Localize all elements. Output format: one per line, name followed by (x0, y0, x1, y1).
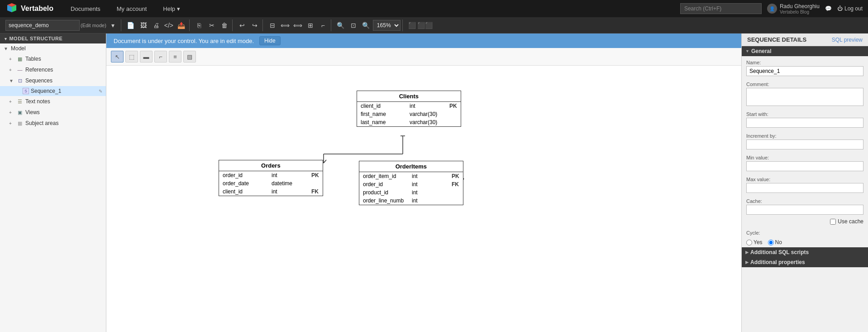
model-label: Model (11, 45, 102, 52)
expand-model: ▼ (4, 46, 9, 51)
cycle-yes-radio[interactable] (746, 240, 752, 245)
user-blog: Vertabelo Blog (780, 10, 820, 14)
align-right-btn[interactable]: ⟺ (292, 19, 304, 31)
sidebar-item-views[interactable]: + ▣ Views (0, 107, 106, 118)
distribute-btn[interactable]: ⊞ (305, 19, 316, 31)
zoom-select[interactable]: 165% 150% 125% 100% 75% (373, 20, 401, 31)
logout-button[interactable]: ⏻ Log out (837, 5, 863, 12)
table-icon: ▦ (16, 55, 24, 63)
comment-textarea[interactable] (746, 88, 863, 106)
table-clients-header: Clients (357, 91, 461, 102)
additional-sql-section-header[interactable]: Additional SQL scripts (742, 247, 868, 257)
full-view-btn[interactable]: ⬛ (406, 19, 418, 31)
incrementby-input[interactable] (746, 140, 863, 149)
sql-btn[interactable]: </> (163, 19, 175, 31)
nav-myaccount[interactable]: My account (113, 4, 150, 14)
dropdown-btn[interactable]: ▾ (107, 19, 119, 31)
zoom-in-btn[interactable]: 🔍 (360, 19, 372, 31)
corner-btn[interactable]: ⌐ (317, 19, 329, 31)
zoom-out-btn[interactable]: 🔍 (335, 19, 347, 31)
minvalue-input[interactable] (746, 161, 863, 171)
new-btn[interactable]: 📄 (125, 19, 137, 31)
avatar: 👤 (767, 4, 777, 14)
table-row: client_id int PK (357, 102, 461, 110)
user-name: Radu Gheorghiu (780, 3, 820, 10)
tool-stripe[interactable]: ▨ (183, 51, 196, 63)
cache-input[interactable] (746, 205, 863, 215)
table-orders[interactable]: Orders order_id int PK order_date dateti… (219, 160, 323, 196)
table-row: last_name varchar(30) (357, 118, 461, 126)
nav-documents[interactable]: Documents (67, 4, 104, 14)
doc-name-group: (Edit mode) ▾ (4, 19, 121, 31)
export-btn[interactable]: 📤 (176, 19, 187, 31)
tool-ref[interactable]: ⌐ (154, 51, 167, 63)
svg-line-7 (324, 160, 326, 163)
sidebar-item-textnotes[interactable]: + ☰ Text notes (0, 96, 106, 107)
block-btn[interactable]: ⊟ (267, 19, 278, 31)
table-clients[interactable]: Clients client_id int PK first_name varc… (357, 91, 461, 127)
print-btn[interactable]: 🖨 (150, 19, 162, 31)
hide-button[interactable]: Hide (259, 36, 281, 45)
additional-props-section-header[interactable]: Additional properties (742, 257, 868, 267)
canvas-area: Document is under your control. You are … (106, 34, 741, 332)
sidebar-item-model[interactable]: ▼ Model (0, 43, 106, 53)
name-label: Name: (746, 60, 863, 65)
image-btn[interactable]: 🖼 (138, 19, 149, 31)
drawing-tools: ↖ ⬚ ▬ ⌐ ≡ ▨ (106, 48, 741, 66)
delete-btn[interactable]: 🗑 (219, 19, 230, 31)
startwith-field-row: Start with: (742, 108, 868, 130)
edit-tools: ⎘ ✂ 🗑 (191, 19, 233, 31)
sql-preview-btn[interactable]: SQL preview (832, 37, 863, 43)
expand-textnotes: + (9, 99, 14, 104)
search-input[interactable] (680, 3, 762, 14)
tool-table[interactable]: ▬ (140, 51, 153, 63)
general-section-header[interactable]: General (742, 46, 868, 56)
info-message: Document is under your control. You are … (114, 38, 254, 44)
sidebar-item-subjectareas[interactable]: + ▦ Subject areas (0, 118, 106, 129)
maxvalue-label: Max value: (746, 177, 863, 182)
file-tools: 📄 🖼 🖨 </> 📤 (123, 19, 190, 31)
expand-tables: + (9, 57, 14, 62)
table-row: first_name varchar(30) (357, 110, 461, 118)
sidebar-item-references[interactable]: + — References (0, 64, 106, 75)
doc-mode: (Edit mode) (81, 23, 106, 28)
name-field-row: Name: (742, 56, 868, 78)
minvalue-label: Min value: (746, 155, 863, 160)
textnotes-label: Text notes (25, 98, 102, 105)
zoom-tools: 🔍 ⊡ 🔍 165% 150% 125% 100% 75% (333, 19, 403, 31)
toolbar: (Edit mode) ▾ 📄 🖼 🖨 </> 📤 ⎘ ✂ 🗑 ↩ ↪ ⊟ ⟺ … (0, 17, 868, 34)
use-cache-checkbox[interactable] (830, 219, 836, 225)
cache-label: Cache: (746, 198, 863, 204)
align-left-btn[interactable]: ⟺ (279, 19, 291, 31)
tool-multiselect[interactable]: ⬚ (125, 51, 138, 63)
maxvalue-input[interactable] (746, 183, 863, 193)
tool-select[interactable]: ↖ (111, 51, 124, 63)
diagram-canvas[interactable]: Clients client_id int PK first_name varc… (106, 66, 741, 328)
main-layout: MODEL STRUCTURE ▼ Model + ▦ Tables + — R… (0, 34, 868, 332)
sequence1-label: Sequence_1 (31, 88, 97, 94)
sidebar-item-sequences[interactable]: ▼ ⊡ Sequences (0, 75, 106, 86)
nav-help[interactable]: Help ▾ (159, 4, 183, 14)
table-orderitems[interactable]: OrderItems order_item_id int PK order_id… (359, 161, 463, 205)
table-row: client_id int FK (219, 188, 323, 196)
cut-btn[interactable]: ✂ (206, 19, 218, 31)
comment-label: Comment: (746, 82, 863, 87)
table-row: order_id int PK (219, 171, 323, 179)
references-label: References (25, 67, 102, 73)
name-input[interactable] (746, 66, 863, 76)
cycle-radio-group: Yes No (742, 237, 868, 247)
tool-note[interactable]: ≡ (169, 51, 181, 63)
doc-name-input[interactable] (5, 20, 80, 31)
format-tools: ⊟ ⟺ ⟺ ⊞ ⌐ (265, 19, 331, 31)
fit-btn[interactable]: ⊡ (348, 19, 359, 31)
sidebar-item-tables[interactable]: + ▦ Tables (0, 53, 106, 64)
logo-text: Vertabelo (21, 5, 53, 13)
sidebar-item-sequence1[interactable]: S Sequence_1 ✎ (0, 86, 106, 96)
startwith-input[interactable] (746, 118, 863, 128)
views-label: Views (25, 109, 102, 115)
undo-btn[interactable]: ↩ (236, 19, 248, 31)
split-view-btn[interactable]: ⬛⬛ (419, 19, 431, 31)
redo-btn[interactable]: ↪ (249, 19, 261, 31)
copy-btn[interactable]: ⎘ (193, 19, 205, 31)
cycle-no-radio[interactable] (768, 240, 774, 245)
